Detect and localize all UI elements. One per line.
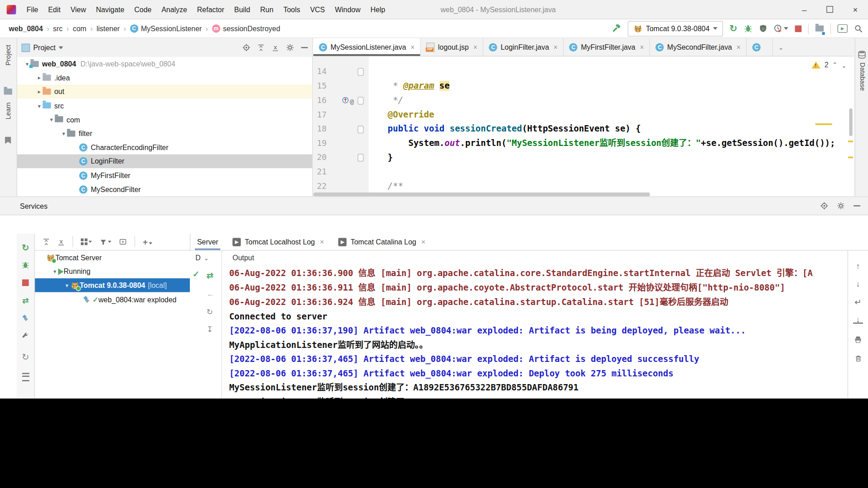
- services-tree-item-Tomcat Server[interactable]: Tomcat Server: [35, 251, 190, 265]
- code-line-17[interactable]: 17@ public void sessionCreated(HttpSessi…: [313, 93, 854, 107]
- search-everywhere-icon[interactable]: [854, 24, 862, 33]
- project-tree-item-web_0804[interactable]: ▾ web_0804 D:\java-web-space\web_0804: [17, 57, 312, 71]
- new-frame-icon[interactable]: [119, 238, 127, 246]
- editor-tab-MySecondFilter.java[interactable]: CMySecondFilter.java×: [650, 38, 747, 56]
- editor-hscrollbar[interactable]: [313, 192, 650, 197]
- wrench-icon[interactable]: [20, 331, 30, 341]
- code-line-20[interactable]: 20: [313, 136, 854, 150]
- collapse-all-icon[interactable]: [272, 44, 279, 51]
- clear-console-icon[interactable]: [853, 353, 863, 363]
- group-by-icon[interactable]: [81, 239, 92, 245]
- close-tab-icon[interactable]: ×: [553, 43, 557, 51]
- expand-all-icon[interactable]: [42, 238, 50, 245]
- minimize-button[interactable]: –: [792, 0, 817, 19]
- menu-run[interactable]: Run: [255, 5, 278, 14]
- project-tree-item-MySecondFilter[interactable]: C MySecondFilter: [17, 183, 312, 197]
- project-panel-title[interactable]: Project: [33, 43, 56, 52]
- redeploy-action-icon[interactable]: ↻: [207, 307, 213, 316]
- close-tab-icon[interactable]: ×: [320, 238, 324, 246]
- menu-refactor[interactable]: Refactor: [192, 5, 229, 14]
- maximize-button[interactable]: [817, 0, 842, 19]
- toolwindow-tab-learn[interactable]: Learn: [5, 103, 12, 120]
- artifact-icon[interactable]: [20, 313, 30, 323]
- fold-marker[interactable]: [358, 154, 363, 162]
- project-tree-item-.idea[interactable]: ▸ .idea: [17, 71, 312, 85]
- project-tree-item-CharacterEncodingFilter[interactable]: C CharacterEncodingFilter: [17, 141, 312, 155]
- database-icon[interactable]: [858, 50, 866, 59]
- toolwindow-tab-database[interactable]: Database: [859, 62, 866, 91]
- expand-all-icon[interactable]: [257, 44, 264, 51]
- gear-icon[interactable]: [837, 202, 844, 210]
- run-coverage-button[interactable]: [759, 24, 767, 33]
- tab-list-icon[interactable]: ⌃: [773, 38, 789, 56]
- menu-view[interactable]: View: [66, 5, 91, 14]
- project-tree-item-out[interactable]: ▸ out: [17, 85, 312, 99]
- folder-icon[interactable]: [4, 89, 12, 94]
- deploy-icon[interactable]: ⇄: [20, 296, 30, 305]
- services-tab-Tomcat Localhost Log[interactable]: ▶Tomcat Localhost Log×: [233, 234, 324, 250]
- print-icon[interactable]: [853, 335, 863, 345]
- close-tab-icon[interactable]: ×: [640, 43, 644, 51]
- rerun-server-icon[interactable]: ↻: [20, 242, 30, 252]
- scroll-to-end-icon[interactable]: ↓: [853, 315, 863, 324]
- close-button[interactable]: ×: [843, 0, 868, 19]
- breadcrumb-item[interactable]: CMySessionListener: [130, 24, 202, 33]
- debug-server-icon[interactable]: [20, 260, 30, 270]
- fold-marker[interactable]: [358, 125, 363, 133]
- breadcrumb-item[interactable]: listener: [97, 24, 120, 33]
- code-line-21[interactable]: 21 /**: [313, 150, 854, 164]
- deploy-action-icon[interactable]: ⇄: [207, 271, 213, 281]
- next-warning-icon[interactable]: ⌃: [841, 61, 846, 69]
- run-config-selector[interactable]: Tomcat 9.0.38-0804: [627, 21, 722, 36]
- menu-edit[interactable]: Edit: [43, 5, 65, 14]
- menu-vcs[interactable]: VCS: [305, 5, 330, 14]
- console-output[interactable]: 06-Aug-2022 01:36:36.900 信息 [main] org.a…: [222, 266, 848, 399]
- inspection-widget[interactable]: ! 2 ⌃ ⌃: [812, 61, 847, 69]
- hide-panel-icon[interactable]: [854, 205, 860, 206]
- project-structure-icon[interactable]: [816, 23, 824, 33]
- stop-server-icon[interactable]: [20, 278, 30, 288]
- fold-marker[interactable]: [358, 97, 363, 104]
- close-tab-icon[interactable]: ×: [410, 43, 415, 51]
- scroll-up-icon[interactable]: ↑: [853, 261, 863, 271]
- project-tree-item-filter[interactable]: ▾ filter: [17, 127, 312, 141]
- locate-file-icon[interactable]: [242, 44, 250, 52]
- menu-file[interactable]: File: [22, 5, 43, 14]
- editor-tab-logout.jsp[interactable]: JSPlogout.jsp×: [421, 38, 484, 56]
- close-tab-icon[interactable]: ×: [473, 43, 477, 51]
- soft-wrap-icon[interactable]: ↵: [853, 297, 863, 307]
- services-tree-item-web_0804:war exploded[interactable]: ✓ web_0804:war exploded: [35, 292, 190, 306]
- list-icon[interactable]: [20, 372, 30, 382]
- breadcrumb-item[interactable]: web_0804: [9, 24, 43, 33]
- code-line-19[interactable]: 19 }: [313, 122, 854, 136]
- breadcrumb-item[interactable]: com: [73, 24, 86, 33]
- bookmark-icon[interactable]: [5, 136, 11, 144]
- add-service-icon[interactable]: +: [143, 237, 152, 247]
- menu-code[interactable]: Code: [129, 5, 156, 14]
- menu-navigate[interactable]: Navigate: [91, 5, 129, 14]
- rerun-button[interactable]: ↻: [730, 23, 737, 34]
- services-tab-Tomcat Catalina Log[interactable]: ▶Tomcat Catalina Log×: [339, 234, 425, 250]
- menu-analyze[interactable]: Analyze: [156, 5, 192, 14]
- collapse-all-icon[interactable]: [57, 238, 65, 245]
- run-toolwindow-icon[interactable]: [838, 24, 848, 33]
- code-line-14[interactable]: 14 * @param se: [313, 56, 854, 64]
- deployment-column-header[interactable]: D⌃: [195, 253, 209, 262]
- code-line-15[interactable]: 15 */: [313, 64, 854, 79]
- code-line-16[interactable]: 16 @Override: [313, 79, 854, 93]
- services-tree-item-Running[interactable]: ▾ Running: [35, 265, 190, 279]
- editor-tab-MySessionListener.java[interactable]: CMySessionListener.java×: [313, 38, 421, 56]
- services-tree-item-Tomcat 9.0.38-0804[interactable]: ▾ Tomcat 9.0.38-0804 [local]: [35, 278, 190, 292]
- override-marker-icon[interactable]: [342, 97, 349, 103]
- gear-icon[interactable]: [286, 44, 294, 52]
- filter-icon[interactable]: [99, 238, 111, 245]
- build-hammer-icon[interactable]: [612, 24, 621, 33]
- download-action-icon[interactable]: ↧: [207, 325, 213, 334]
- code-line-22[interactable]: 22 *监听到session销毁时，做相应的处理: [313, 164, 854, 179]
- prev-warning-icon[interactable]: ⌃: [832, 61, 837, 69]
- project-tree-item-LoginFilter[interactable]: C LoginFilter: [17, 155, 312, 169]
- hide-panel-icon[interactable]: [301, 47, 308, 48]
- chevron-down-icon[interactable]: [59, 46, 63, 49]
- editor-tab-MyFirstFilter.java[interactable]: CMyFirstFilter.java×: [564, 38, 650, 56]
- locate-icon[interactable]: [821, 202, 828, 210]
